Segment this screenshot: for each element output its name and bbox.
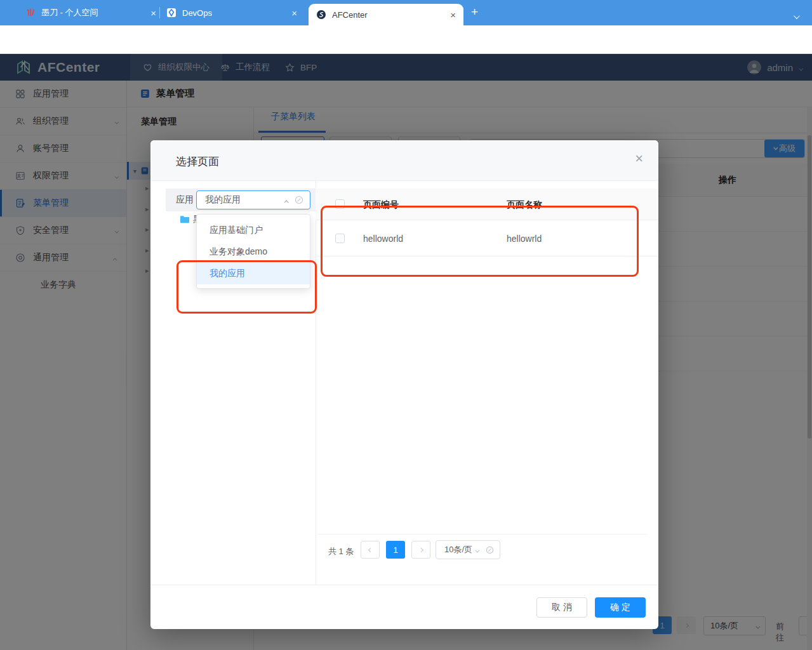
browser-toolbar: ← → 不安全 10.15.15.151:14082/#/menu_auth/m…	[0, 25, 812, 54]
footer-divider	[150, 585, 658, 585]
dropdown-option[interactable]: 业务对象demo	[197, 241, 310, 263]
tab-close-icon[interactable]: ×	[291, 8, 297, 18]
page-number-active[interactable]: 1	[386, 541, 405, 559]
browser-tab-modao[interactable]: 墨刀 - 个人空间 ×	[25, 0, 156, 25]
dropdown-option[interactable]: 应用基础门户	[197, 220, 310, 241]
select-all-checkbox[interactable]	[335, 199, 345, 209]
devops-favicon-icon	[166, 8, 176, 18]
browser-tabbar: 墨刀 - 个人空间 × DevOps × AFCenter × +	[0, 0, 812, 25]
close-icon[interactable]: ×	[635, 152, 643, 166]
column-header-page-code: 页面编号	[363, 199, 399, 211]
app-select-dropdown: 应用基础门户 业务对象demo 我的应用	[196, 214, 310, 289]
tab-title: AFCenter	[332, 10, 368, 20]
chevron-up-icon	[286, 195, 289, 205]
pagination-divider	[317, 534, 648, 534]
new-tab-button[interactable]: +	[471, 5, 478, 19]
clear-circle-icon[interactable]	[295, 196, 303, 204]
dialog-title: 选择页面	[176, 154, 219, 169]
next-page-button[interactable]	[411, 541, 430, 559]
tab-close-icon[interactable]: ×	[150, 8, 156, 18]
browser-tab-devops[interactable]: DevOps ×	[166, 0, 297, 25]
tab-title: 墨刀 - 个人空间	[41, 7, 98, 18]
dropdown-option-selected[interactable]: 我的应用	[197, 263, 310, 284]
afcenter-favicon-icon	[316, 10, 326, 20]
tab-title: DevOps	[182, 8, 212, 18]
clear-circle-icon[interactable]	[486, 546, 494, 554]
page-size-select[interactable]: 10条/页	[436, 540, 500, 559]
modao-favicon-icon	[25, 8, 36, 18]
screen: 墨刀 - 个人空间 × DevOps × AFCenter × + ← → 不安…	[0, 0, 812, 650]
app-label: 应用	[176, 194, 194, 206]
page-size-value: 10条/页	[444, 544, 472, 555]
select-page-dialog: 选择页面 × 应用 我的应用 黑 应用基础门户 业务对象demo 我的应用 页面…	[150, 140, 658, 629]
dialog-header	[150, 140, 658, 181]
app-select-value: 我的应用	[205, 194, 241, 206]
row-checkbox[interactable]	[335, 234, 345, 243]
chevron-down-icon	[475, 545, 478, 555]
prev-page-button[interactable]	[361, 541, 380, 559]
folder-icon	[180, 215, 190, 224]
confirm-button[interactable]: 确 定	[595, 597, 646, 618]
app-select[interactable]: 我的应用	[196, 190, 310, 209]
tab-list-chevron-icon[interactable]	[794, 10, 798, 22]
browser-tab-afcenter-active[interactable]: AFCenter ×	[309, 4, 463, 25]
cell-page-code: helloworld	[363, 234, 403, 244]
cell-page-name: hellowrld	[507, 234, 542, 244]
total-count: 共 1 条	[328, 546, 354, 557]
tab-separator	[159, 7, 160, 18]
cancel-button[interactable]: 取 消	[536, 597, 587, 618]
column-header-page-name: 页面名称	[507, 199, 542, 211]
tab-close-icon[interactable]: ×	[450, 10, 456, 20]
